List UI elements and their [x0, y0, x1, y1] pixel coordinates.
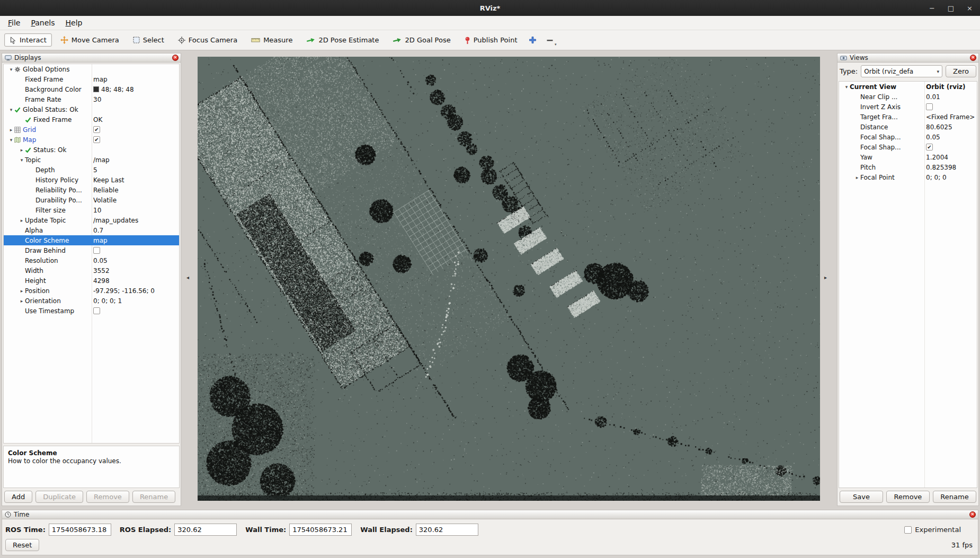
displays-row-depth[interactable]: Depth5: [4, 165, 179, 175]
property-name: Current View: [850, 83, 896, 91]
wall-time-input[interactable]: [289, 524, 352, 536]
remove-tool-button[interactable]: ▾: [543, 34, 557, 47]
displays-row-grid[interactable]: ▸Grid✔: [4, 125, 179, 135]
maximize-button[interactable]: □: [948, 5, 954, 12]
render-canvas[interactable]: [198, 57, 820, 501]
views-row-focal-shap[interactable]: Focal Shap...✔: [839, 142, 977, 152]
expander-down-icon[interactable]: ▾: [19, 157, 25, 163]
checkbox-unchecked[interactable]: [93, 247, 100, 254]
displays-row-resolution[interactable]: Resolution0.05: [4, 255, 179, 265]
zero-button[interactable]: Zero: [946, 65, 976, 77]
ros-elapsed-input[interactable]: [174, 524, 237, 536]
menu-panels[interactable]: Panels: [26, 17, 59, 29]
tool-measure[interactable]: Measure: [246, 33, 298, 47]
displays-row-use-timestamp[interactable]: Use Timestamp: [4, 306, 179, 316]
wall-elapsed-label: Wall Elapsed:: [360, 526, 413, 534]
displays-row-update-topic[interactable]: ▸Update Topic/map_updates: [4, 215, 179, 225]
property-name: Status: Ok: [33, 146, 67, 154]
checkbox-unchecked[interactable]: [93, 307, 100, 314]
views-row-focal-shap[interactable]: Focal Shap...0.05: [839, 132, 977, 142]
displays-add-button[interactable]: Add: [4, 491, 32, 503]
displays-row-history-policy[interactable]: History PolicyKeep Last: [4, 175, 179, 185]
views-panel: Views ✕ Type: Orbit (rviz_defa ▾ Zero ▾C…: [837, 53, 979, 506]
menubar: FilePanelsHelp: [0, 16, 980, 30]
displays-row-topic[interactable]: ▾Topic/map: [4, 155, 179, 165]
views-row-invert-z-axis[interactable]: Invert Z Axis: [839, 102, 977, 112]
displays-row-filter-size[interactable]: Filter size10: [4, 205, 179, 215]
views-row-current-view[interactable]: ▾Current ViewOrbit (rviz): [839, 82, 977, 92]
property-value: 0.01: [926, 93, 976, 101]
tool-2d-goal-pose[interactable]: 2D Goal Pose: [387, 33, 456, 47]
minimize-button[interactable]: −: [929, 5, 935, 12]
displays-row-global-options[interactable]: ▾Global Options: [4, 64, 179, 74]
displays-row-frame-rate[interactable]: Frame Rate30: [4, 94, 179, 104]
displays-row-fixed-frame[interactable]: Fixed FrameOK: [4, 114, 179, 125]
displays-row-position[interactable]: ▸Position-97.295; -116.56; 0: [4, 286, 179, 296]
views-save-button[interactable]: Save: [840, 491, 883, 503]
close-panel-icon[interactable]: ✕: [172, 55, 179, 61]
expander-down-icon[interactable]: ▾: [8, 107, 14, 112]
tool-publish-point[interactable]: Publish Point: [459, 33, 523, 47]
checkbox-checked[interactable]: ✔: [93, 136, 100, 143]
checkbox-checked[interactable]: ✔: [93, 126, 100, 133]
close-panel-icon[interactable]: ✕: [969, 511, 976, 518]
tool-focus-camera[interactable]: Focus Camera: [173, 33, 243, 47]
displays-row-reliability-po[interactable]: Reliability Po...Reliable: [4, 185, 179, 195]
displays-row-width[interactable]: Width3552: [4, 265, 179, 276]
tool-interact[interactable]: Interact: [4, 33, 52, 47]
expander-right-icon[interactable]: ▸: [19, 147, 25, 153]
expander-right-icon[interactable]: ▸: [854, 175, 860, 180]
checkbox-checked[interactable]: ✔: [926, 144, 933, 150]
displays-row-background-color[interactable]: Background Color48; 48; 48: [4, 84, 179, 94]
collapse-left-icon[interactable]: ◂: [186, 274, 189, 280]
wall-elapsed-input[interactable]: [416, 524, 478, 536]
3d-viewport[interactable]: [198, 57, 820, 501]
expander-down-icon[interactable]: ▾: [8, 67, 14, 72]
reset-button[interactable]: Reset: [5, 539, 39, 551]
time-panel-header[interactable]: Time ✕: [2, 510, 978, 519]
close-button[interactable]: ×: [967, 5, 973, 12]
menu-file[interactable]: File: [3, 17, 25, 29]
checkbox-unchecked[interactable]: [926, 103, 933, 110]
property-value: OK: [93, 116, 178, 123]
displays-row-color-scheme[interactable]: Color Schememap: [4, 235, 179, 245]
displays-row-orientation[interactable]: ▸Orientation0; 0; 0; 1: [4, 296, 179, 306]
displays-row-durability-po[interactable]: Durability Po...Volatile: [4, 195, 179, 205]
add-tool-button[interactable]: [525, 33, 540, 47]
expander-right-icon[interactable]: ▸: [8, 127, 14, 132]
displays-row-height[interactable]: Height4298: [4, 276, 179, 286]
expander-right-icon[interactable]: ▸: [19, 298, 25, 304]
views-row-pitch[interactable]: Pitch0.825398: [839, 162, 977, 172]
displays-panel-header[interactable]: Displays ✕: [2, 54, 181, 63]
expander-right-icon[interactable]: ▸: [19, 288, 25, 294]
displays-row-fixed-frame[interactable]: Fixed Framemap: [4, 74, 179, 84]
property-value: 1.2004: [926, 154, 976, 161]
experimental-label: Experimental: [915, 526, 961, 534]
experimental-checkbox[interactable]: [904, 526, 912, 534]
displays-row-map[interactable]: ▾Map✔: [4, 135, 179, 145]
expander-down-icon[interactable]: ▾: [8, 137, 14, 143]
collapse-right-icon[interactable]: ▸: [824, 274, 827, 280]
displays-row-alpha[interactable]: Alpha0.7: [4, 225, 179, 235]
views-row-near-clip[interactable]: Near Clip ...0.01: [839, 92, 977, 102]
expander-right-icon[interactable]: ▸: [19, 218, 25, 223]
views-rename-button[interactable]: Rename: [933, 491, 976, 503]
views-remove-button[interactable]: Remove: [886, 491, 930, 503]
views-row-focal-point[interactable]: ▸Focal Point0; 0; 0: [839, 172, 977, 182]
close-panel-icon[interactable]: ✕: [970, 55, 976, 61]
displays-row-global-status-ok[interactable]: ▾Global Status: Ok: [4, 104, 179, 114]
views-panel-header[interactable]: Views ✕: [838, 54, 978, 63]
view-type-select[interactable]: Orbit (rviz_defa ▾: [861, 65, 942, 77]
tool-move-camera[interactable]: Move Camera: [55, 33, 124, 47]
displays-row-draw-behind[interactable]: Draw Behind: [4, 245, 179, 255]
tool-select[interactable]: Select: [128, 33, 170, 47]
expander-down-icon[interactable]: ▾: [843, 84, 850, 90]
ros-time-label: ROS Time:: [5, 526, 46, 534]
views-row-distance[interactable]: Distance80.6025: [839, 122, 977, 132]
views-row-yaw[interactable]: Yaw1.2004: [839, 152, 977, 162]
menu-help[interactable]: Help: [61, 17, 87, 29]
ros-time-input[interactable]: [49, 524, 111, 536]
tool-2d-pose-estimate[interactable]: 2D Pose Estimate: [301, 33, 384, 47]
views-row-target-fra[interactable]: Target Fra...<Fixed Frame>: [839, 112, 977, 122]
displays-row-status-ok[interactable]: ▸Status: Ok: [4, 145, 179, 155]
